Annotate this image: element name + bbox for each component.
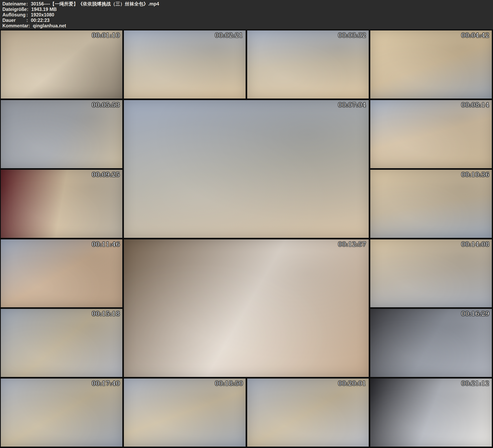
metadata-value: 1920x1080: [31, 12, 54, 18]
timestamp-overlay: 00:14:08: [461, 241, 489, 248]
timestamp-overlay: 00:04:42: [461, 32, 489, 39]
video-thumbnail: 00:20:01: [247, 378, 369, 447]
video-thumbnail: 00:11:46: [0, 239, 123, 308]
video-thumbnail: 00:12:57: [124, 239, 369, 377]
thumbnail-placeholder-image: [370, 100, 492, 168]
metadata-value: 1943.19 MB: [31, 7, 57, 12]
metadata-value: qinglanhua.net: [33, 23, 66, 29]
video-thumbnail: 00:03:32: [247, 30, 369, 99]
thumbnail-placeholder-image: [247, 31, 369, 99]
metadata-row: Kommentar : qinglanhua.net: [2, 23, 490, 29]
timestamp-overlay: 00:10:36: [461, 171, 489, 178]
timestamp-overlay: 00:01:10: [92, 32, 120, 39]
thumbnail-placeholder-image: [1, 170, 122, 238]
thumbnail-placeholder-image: [124, 31, 245, 99]
thumbnail-placeholder-image: [1, 100, 122, 168]
thumbnail-placeholder-image: [124, 239, 369, 377]
metadata-separator: :: [26, 12, 31, 18]
timestamp-overlay: 00:09:25: [92, 171, 120, 178]
thumbnail-grid: 00:01:10 00:02:21 00:03:32 00:04:42 00:0…: [0, 30, 493, 448]
timestamp-overlay: 00:20:01: [338, 380, 366, 387]
video-thumbnail: 00:16:29: [370, 309, 492, 377]
video-thumbnail: 00:08:14: [370, 100, 492, 168]
thumbnail-placeholder-image: [370, 170, 492, 238]
video-thumbnail: 00:10:36: [370, 169, 492, 238]
metadata-label: Dateiname: [2, 1, 26, 7]
thumbnail-placeholder-image: [124, 100, 369, 238]
thumbnail-placeholder-image: [370, 239, 492, 307]
metadata-row: Dauer : 00:22:23: [2, 18, 490, 23]
thumbnail-placeholder-image: [370, 309, 492, 377]
video-thumbnail: 00:01:10: [0, 30, 123, 99]
thumbnail-placeholder-image: [1, 379, 122, 447]
timestamp-overlay: 00:17:40: [92, 380, 120, 387]
timestamp-overlay: 00:12:57: [338, 241, 366, 248]
timestamp-overlay: 00:16:29: [461, 310, 489, 317]
timestamp-overlay: 00:07:04: [338, 101, 366, 108]
video-thumbnail: 00:18:50: [124, 378, 246, 447]
video-thumbnail: 00:15:18: [0, 309, 123, 377]
video-thumbnail: 00:17:40: [0, 378, 123, 447]
metadata-label: Auflösung: [2, 12, 26, 18]
metadata-row: Dateigröße : 1943.19 MB: [2, 7, 490, 12]
metadata-value: 00:22:23: [31, 18, 50, 23]
video-thumbnail: 00:07:04: [124, 100, 369, 238]
timestamp-overlay: 00:03:32: [338, 32, 366, 39]
thumbnail-placeholder-image: [370, 379, 492, 447]
video-thumbnail: 00:14:08: [370, 239, 492, 308]
metadata-row: Dateiname : 30156----【一绳所爱】《依依脱缚挑战（三）丝袜全…: [2, 1, 490, 7]
metadata-label: Kommentar: [2, 23, 28, 29]
metadata-row: Auflösung : 1920x1080: [2, 12, 490, 18]
video-thumbnail: 00:09:25: [0, 169, 123, 238]
thumbnail-placeholder-image: [1, 239, 122, 307]
metadata-label: Dateigröße: [2, 7, 27, 12]
thumbnail-placeholder-image: [247, 379, 369, 447]
thumbnail-placeholder-image: [1, 31, 122, 99]
thumbnail-placeholder-image: [124, 379, 245, 447]
timestamp-overlay: 00:15:18: [92, 310, 120, 317]
timestamp-overlay: 00:08:14: [461, 101, 489, 108]
metadata-value: 30156----【一绳所爱】《依依脱缚挑战（三）丝袜全包》.mp4: [31, 1, 159, 7]
metadata-separator: :: [27, 7, 31, 12]
timestamp-overlay: 00:21:12: [461, 380, 489, 387]
thumbnail-placeholder-image: [1, 309, 122, 377]
video-thumbnail: 00:02:21: [124, 30, 246, 99]
thumbnail-placeholder-image: [370, 31, 492, 99]
timestamp-overlay: 00:02:21: [215, 32, 243, 39]
video-thumbnail: 00:21:12: [370, 378, 492, 447]
timestamp-overlay: 00:11:46: [92, 241, 120, 248]
metadata-separator: :: [26, 1, 31, 7]
metadata-separator: :: [26, 18, 31, 23]
video-thumbnail: 00:04:42: [370, 30, 492, 99]
video-thumbnail: 00:05:53: [0, 100, 123, 168]
metadata-separator: :: [28, 23, 33, 29]
timestamp-overlay: 00:18:50: [215, 380, 243, 387]
metadata-header: Dateiname : 30156----【一绳所爱】《依依脱缚挑战（三）丝袜全…: [0, 0, 493, 30]
timestamp-overlay: 00:05:53: [92, 101, 120, 108]
video-contact-sheet: Dateiname : 30156----【一绳所爱】《依依脱缚挑战（三）丝袜全…: [0, 0, 493, 448]
metadata-label: Dauer: [2, 18, 26, 23]
